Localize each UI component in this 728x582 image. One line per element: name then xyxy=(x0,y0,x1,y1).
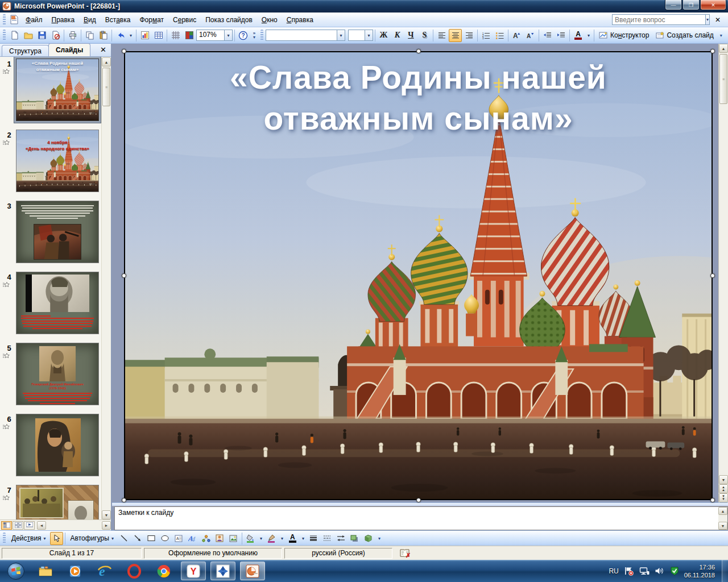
align-right-button[interactable] xyxy=(462,29,475,42)
line-style-button[interactable] xyxy=(307,532,320,545)
menu-item-view[interactable]: Вид xyxy=(79,14,101,26)
slide-thumb-image[interactable] xyxy=(16,485,99,519)
scroll-down-icon[interactable]: ▼ xyxy=(718,522,727,530)
toolbar-grip[interactable] xyxy=(260,30,263,41)
panel-close-icon[interactable]: ✕ xyxy=(100,45,111,56)
draw-font-color-button[interactable]: A xyxy=(286,532,299,545)
volume-icon[interactable] xyxy=(655,567,664,575)
scroll-right-icon[interactable]: ► xyxy=(102,521,111,530)
decrease-font-button[interactable]: A xyxy=(524,29,537,42)
scrollbar-thumb[interactable]: ≡ xyxy=(719,54,727,104)
notes-scrollbar[interactable]: ▲ ▼ xyxy=(718,507,727,530)
shadow-style-button[interactable] xyxy=(348,532,361,545)
notes-input[interactable]: Заметки к слайду xyxy=(114,506,728,530)
shadow-button[interactable]: S xyxy=(418,29,431,42)
selection-handle-bottom-center[interactable] xyxy=(416,498,421,502)
slide-thumbnail-6[interactable]: 6 xyxy=(2,414,111,476)
slide-thumbnail-7[interactable]: 7 xyxy=(2,485,111,519)
taskbar-clock[interactable]: 17:36 06.11.2018 xyxy=(684,563,718,579)
threed-style-button[interactable] xyxy=(362,532,375,545)
slide-thumb-image[interactable] xyxy=(16,201,99,263)
toolbar-grip[interactable] xyxy=(3,533,6,544)
align-center-button[interactable] xyxy=(449,29,462,42)
help-button[interactable]: ? xyxy=(237,29,250,42)
menubar-close-icon[interactable]: ✕ xyxy=(710,16,726,24)
selection-handle-top-left[interactable] xyxy=(122,49,126,53)
taskbar-powerpoint-button[interactable] xyxy=(240,562,265,580)
slideshow-view-button[interactable] xyxy=(24,521,35,530)
menu-item-tools[interactable]: Сервис xyxy=(168,14,201,26)
menu-item-insert[interactable]: Вставка xyxy=(101,14,135,26)
scroll-up-icon[interactable]: ▲ xyxy=(718,507,727,515)
increase-font-button[interactable]: A xyxy=(510,29,523,42)
print-button[interactable] xyxy=(66,29,79,42)
underline-button[interactable]: Ч xyxy=(404,29,417,42)
slide-thumb-image[interactable] xyxy=(16,272,99,334)
font-name-dropdown-icon[interactable]: ▾ xyxy=(337,30,345,40)
slide-thumbnail-2[interactable]: 2 4 ноября«День народного единства» xyxy=(2,130,111,192)
permission-button[interactable] xyxy=(49,29,62,42)
rectangle-button[interactable] xyxy=(145,532,158,545)
slide-canvas[interactable]: «Слава Родины нашей отважным сынам» xyxy=(124,51,713,500)
italic-button[interactable]: К xyxy=(391,29,404,42)
restore-button[interactable]: ❐ xyxy=(682,0,700,10)
toolbar-grip[interactable] xyxy=(3,14,6,26)
bold-button[interactable]: Ж xyxy=(377,29,390,42)
network-icon[interactable] xyxy=(639,567,650,575)
draw-font-color-dropdown[interactable]: ▾ xyxy=(300,532,307,545)
save-button[interactable] xyxy=(35,29,48,42)
paste-button[interactable] xyxy=(97,29,110,42)
arrow-button[interactable] xyxy=(131,532,144,545)
toolbar-options-button[interactable]: ▾ xyxy=(717,29,725,42)
tab-slides[interactable]: Слайды xyxy=(48,43,90,56)
animation-star-icon[interactable] xyxy=(2,281,10,288)
animation-star-icon[interactable] xyxy=(2,68,10,75)
align-left-button[interactable] xyxy=(435,29,448,42)
scrollbar-thumb[interactable]: ≡ xyxy=(102,68,110,106)
animation-star-icon[interactable] xyxy=(2,423,10,430)
new-button[interactable] xyxy=(8,29,21,42)
font-size-combobox[interactable]: ▾ xyxy=(348,30,373,41)
scroll-down-icon[interactable]: ▼ xyxy=(719,475,728,484)
taskbar-media-player-button[interactable] xyxy=(63,562,88,580)
editor-vertical-scrollbar[interactable]: ▲ ≡ ▼ ▲▲ ▼▼ xyxy=(718,44,728,502)
show-grid-button[interactable] xyxy=(169,29,182,42)
selection-handle-top-right[interactable] xyxy=(710,49,715,53)
dash-style-button[interactable] xyxy=(321,532,334,545)
bulleted-list-button[interactable] xyxy=(493,29,506,42)
design-button[interactable]: Конструктор xyxy=(596,30,652,40)
notes-splitter[interactable] xyxy=(112,502,728,506)
spellcheck-icon[interactable]: ✗ xyxy=(399,548,411,558)
fill-color-dropdown[interactable]: ▾ xyxy=(258,532,264,545)
arrow-style-button[interactable] xyxy=(334,532,348,545)
wordart-button[interactable]: A4 xyxy=(186,532,199,545)
selection-handle-middle-left[interactable] xyxy=(122,273,126,278)
insert-chart-button[interactable] xyxy=(138,29,151,42)
slide-thumb-image[interactable]: 4 ноября«День народного единства» xyxy=(16,130,99,192)
minimize-button[interactable]: — xyxy=(665,0,682,10)
menu-item-file[interactable]: Файл xyxy=(21,14,47,26)
slide-thumb-image[interactable]: «Слава Родины нашейотважным сынам» xyxy=(16,59,99,121)
line-color-button[interactable] xyxy=(265,532,278,545)
tab-outline[interactable]: Структура xyxy=(2,45,49,56)
selection-handle-bottom-right[interactable] xyxy=(710,498,715,502)
insert-picture-button[interactable] xyxy=(227,532,240,545)
language-indicator[interactable]: RU xyxy=(609,567,618,575)
line-color-dropdown[interactable]: ▾ xyxy=(279,532,286,545)
scroll-up-icon[interactable]: ▲ xyxy=(102,57,111,66)
scroll-up-icon[interactable]: ▲ xyxy=(719,44,728,53)
menu-item-slideshow[interactable]: Показ слайдов xyxy=(201,14,257,26)
show-desktop-button[interactable] xyxy=(722,560,728,582)
menu-item-format[interactable]: Формат xyxy=(135,14,168,26)
toolbar-options-button[interactable]: »▾ xyxy=(250,29,258,42)
toolbar-options-button[interactable]: ▾ xyxy=(375,532,383,545)
zoom-dropdown-icon[interactable]: ▾ xyxy=(224,30,232,40)
font-color-dropdown[interactable]: ▾ xyxy=(585,29,592,42)
selection-handle-middle-right[interactable] xyxy=(710,273,715,278)
next-slide-button[interactable]: ▼▼ xyxy=(719,493,728,502)
color-schemes-button[interactable] xyxy=(183,29,196,42)
slide-thumbnail-5[interactable]: 5 Пожарский Дмитрий Михайлович(1578-1642… xyxy=(2,343,111,405)
fill-color-button[interactable] xyxy=(244,532,257,545)
selection-handle-bottom-left[interactable] xyxy=(122,498,126,502)
draw-actions-menu[interactable]: Действия ▾ xyxy=(8,533,49,543)
